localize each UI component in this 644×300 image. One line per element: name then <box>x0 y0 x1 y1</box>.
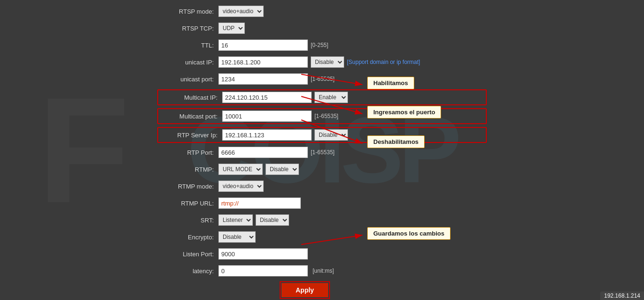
rtsp-tcp-control: UDP TCP <box>218 23 487 34</box>
ttl-input[interactable] <box>218 39 308 51</box>
unicast-port-control: [1-65535] <box>218 73 487 85</box>
ttl-hint: [0-255] <box>311 42 328 48</box>
rtmp-mode-row: RTMP mode: video+audio video <box>157 180 487 193</box>
srt-label: SRT: <box>157 217 218 224</box>
apply-row: Apply <box>157 281 487 299</box>
rtmp-row: RTMP: URL MODE STREAM Disable Enable <box>157 163 487 176</box>
unicast-port-input[interactable] <box>218 73 308 85</box>
ttl-row: TTL: [0-255] <box>157 39 487 52</box>
multicast-port-hint: [1-65535] <box>314 113 338 119</box>
rtmp-mode-select2[interactable]: Disable Enable <box>266 164 299 175</box>
unicast-ip-input[interactable] <box>218 56 308 68</box>
encrypto-label: Encrypto: <box>157 234 218 241</box>
listen-port-row: Listen Port: <box>157 247 487 261</box>
latency-row: latency: [unit:ms] <box>157 264 487 277</box>
latency-input[interactable] <box>218 265 308 276</box>
rtp-server-ip-input[interactable] <box>222 129 312 141</box>
multicast-ip-input[interactable] <box>222 92 312 103</box>
main-container: RTSP mode: video+audio RTSP TCP: UDP TCP… <box>0 0 644 300</box>
rtmp-mode-label: RTMP mode: <box>157 183 218 190</box>
rtp-port-hint: [1-65535] <box>311 149 335 156</box>
rtp-server-ip-control: Disable Enable <box>222 129 483 141</box>
unicast-ip-label: unicast IP: <box>157 59 218 66</box>
srt-control: Listener Caller Disable Enable <box>218 214 487 226</box>
rtsp-tcp-row: RTSP TCP: UDP TCP <box>157 22 487 35</box>
multicast-ip-select[interactable]: Enable Disable <box>314 92 348 103</box>
rtmp-mode-select1[interactable]: URL MODE STREAM <box>218 164 263 175</box>
rtp-port-control: [1-65535] <box>218 147 487 158</box>
rtsp-tcp-select[interactable]: UDP TCP <box>218 23 245 34</box>
ttl-control: [0-255] <box>218 39 487 51</box>
rtmp-mode-control: video+audio video <box>218 181 487 192</box>
srt-row: SRT: Listener Caller Disable Enable <box>157 213 487 227</box>
rtmp-url-input[interactable] <box>218 197 301 209</box>
rtp-port-input[interactable] <box>218 147 308 158</box>
latency-control: [unit:ms] <box>218 265 487 276</box>
multicast-port-label: Multicast port: <box>161 113 222 120</box>
rtmp-url-control <box>218 197 487 209</box>
unicast-ip-select[interactable]: Disable Enable <box>311 56 344 68</box>
multicast-port-input[interactable] <box>222 111 312 122</box>
rtp-server-ip-select[interactable]: Disable Enable <box>314 129 348 141</box>
form-table: RTSP mode: video+audio RTSP TCP: UDP TCP… <box>157 5 487 299</box>
tooltip-deshabilitamos: Deshabilitamos <box>367 135 425 148</box>
rtsp-mode-row: RTSP mode: video+audio <box>157 5 487 18</box>
unicast-port-hint: [1-65535] <box>311 76 335 82</box>
rtp-port-label: RTP Port: <box>157 149 218 156</box>
unicast-port-label: unicast port: <box>157 76 218 83</box>
latency-hint: [unit:ms] <box>313 268 334 274</box>
rtmp-url-label: RTMP URL: <box>157 200 218 207</box>
rtp-server-ip-label: RTP Server Ip: <box>161 132 222 139</box>
ttl-label: TTL: <box>157 42 218 49</box>
listen-port-label: Listen Port: <box>157 251 218 258</box>
listen-port-input[interactable] <box>218 248 308 260</box>
rtp-server-ip-row: RTP Server Ip: Disable Enable <box>157 127 487 143</box>
rtsp-mode-select[interactable]: video+audio <box>218 6 264 17</box>
srt-select1[interactable]: Listener Caller <box>218 214 253 226</box>
srt-select2[interactable]: Disable Enable <box>256 214 289 226</box>
multicast-ip-control: Enable Disable <box>222 92 483 103</box>
tooltip-ingresamos: Ingresamos el puerto <box>367 106 441 118</box>
tooltip-guardamos: Guardamos los cambios <box>367 227 451 240</box>
rtmp-label: RTMP: <box>157 166 218 173</box>
rtsp-mode-label: RTSP mode: <box>157 8 218 15</box>
apply-button[interactable]: Apply <box>282 283 328 297</box>
rtp-port-row: RTP Port: [1-65535] <box>157 146 487 159</box>
unicast-ip-control: Disable Enable [Support domain or ip for… <box>218 56 487 68</box>
unicast-ip-hint: [Support domain or ip format] <box>347 59 420 65</box>
tooltip-habilitamos: Habilitamos <box>367 77 414 89</box>
apply-btn-wrapper: Apply <box>280 281 330 299</box>
multicast-port-control: [1-65535] <box>222 111 483 122</box>
rtmp-mode-select[interactable]: video+audio video <box>218 181 264 192</box>
latency-label: latency: <box>157 268 218 275</box>
listen-port-control <box>218 248 487 260</box>
rtsp-tcp-label: RTSP TCP: <box>157 25 218 32</box>
encrypto-select[interactable]: Disable AES-128 AES-256 <box>218 231 256 243</box>
rtsp-mode-control: video+audio <box>218 6 487 17</box>
rtmp-control: URL MODE STREAM Disable Enable <box>218 164 487 175</box>
multicast-ip-row: Multicast IP: Enable Disable <box>157 89 487 105</box>
unicast-port-row: unicast port: [1-65535] <box>157 72 487 86</box>
rtmp-url-row: RTMP URL: <box>157 197 487 210</box>
multicast-ip-label: Multicast IP: <box>161 94 222 101</box>
unicast-ip-row: unicast IP: Disable Enable [Support doma… <box>157 55 487 69</box>
